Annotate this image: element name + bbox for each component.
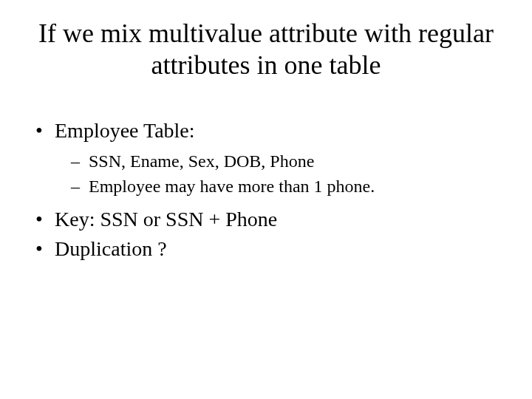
list-item-text: Employee Table: (55, 119, 195, 142)
list-item-text: Duplication ? (55, 237, 167, 260)
list-item: Employee may have more than 1 phone. (55, 174, 502, 198)
list-item: Duplication ? (30, 235, 502, 263)
list-item: Key: SSN or SSN + Phone (30, 205, 502, 233)
list-item: Employee Table: SSN, Ename, Sex, DOB, Ph… (30, 117, 502, 198)
list-item-text: Employee may have more than 1 phone. (89, 177, 375, 196)
list-item-text: Key: SSN or SSN + Phone (55, 208, 277, 231)
list-item-text: SSN, Ename, Sex, DOB, Phone (89, 151, 314, 171)
slide: If we mix multivalue attribute with regu… (0, 0, 532, 399)
slide-title: If we mix multivalue attribute with regu… (30, 18, 502, 81)
sub-list: SSN, Ename, Sex, DOB, Phone Employee may… (55, 149, 502, 198)
list-item: SSN, Ename, Sex, DOB, Phone (55, 149, 502, 173)
bullet-list: Employee Table: SSN, Ename, Sex, DOB, Ph… (30, 117, 502, 262)
